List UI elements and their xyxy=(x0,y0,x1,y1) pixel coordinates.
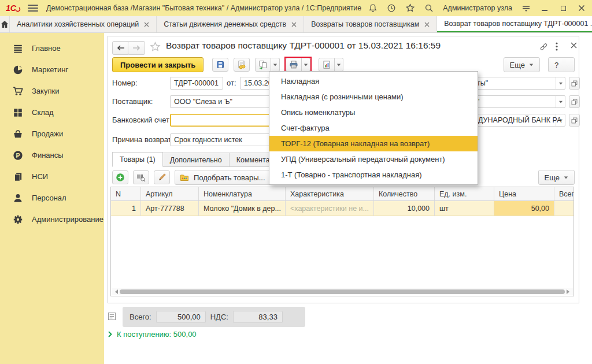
sidebar-item-nsi[interactable]: НСИ xyxy=(0,166,104,187)
post-and-close-button[interactable]: Провести и закрыть xyxy=(112,57,204,72)
post-document-button[interactable] xyxy=(234,58,250,72)
cell-article[interactable]: Арт-777788 xyxy=(141,201,199,216)
scroll-left-icon[interactable] xyxy=(115,289,118,294)
menu-item-nakladnaya-retail[interactable]: Накладная (с розничными ценами) xyxy=(269,89,478,105)
scroll-right-icon[interactable] xyxy=(567,289,569,294)
menu-item-schet-faktura[interactable]: Счет-фактура xyxy=(269,120,478,136)
scrollbar-thumb[interactable] xyxy=(120,289,565,294)
sidebar-item-sales[interactable]: Продажи xyxy=(0,123,104,144)
svg-text:P: P xyxy=(16,151,20,158)
save-button[interactable] xyxy=(212,58,228,72)
cart-icon xyxy=(13,86,23,96)
sidebar-item-marketing[interactable]: Маркетинг xyxy=(0,59,104,80)
supplier-label: Поставщик: xyxy=(112,95,153,108)
link-icon[interactable] xyxy=(539,42,549,51)
print-icon xyxy=(289,60,298,69)
tab-return-document[interactable]: Возврат товаров поставщику ТДРТ-000001 .… xyxy=(437,16,592,32)
current-user[interactable]: Администратор узла xyxy=(443,4,512,12)
gear-icon xyxy=(13,214,23,225)
table-header-row: N Артикул Номенклатура Характеристика Ко… xyxy=(111,187,574,201)
history-icon[interactable] xyxy=(387,3,396,13)
add-row-button[interactable] xyxy=(112,170,128,184)
sidebar-item-purchases[interactable]: Закупки xyxy=(0,80,104,102)
sidebar-item-main[interactable]: Главное xyxy=(0,38,104,59)
tab-analytics[interactable]: Аналитики хозяйственных операций xyxy=(10,16,157,32)
sidebar-item-administration[interactable]: Администрирование xyxy=(0,209,104,230)
horizontal-scrollbar[interactable] xyxy=(112,288,573,295)
minimize-icon[interactable] xyxy=(540,3,549,13)
sidebar-item-finance[interactable]: P Финансы xyxy=(0,144,104,166)
col-article[interactable]: Артикул xyxy=(141,187,199,201)
main-menu-icon[interactable] xyxy=(28,5,38,12)
cell-characteristic[interactable]: <характеристики не и... xyxy=(286,201,374,216)
pick-goods-button[interactable]: Подобрать товары... xyxy=(175,170,273,185)
svg-text:1С: 1С xyxy=(6,3,17,13)
menu-item-1t[interactable]: 1-Т (Товарно - транспортная накладная) xyxy=(269,167,478,183)
window-title: Демонстрационная база /Магазин "Бытовая … xyxy=(46,4,361,12)
bank-account-label: Банковский счет: xyxy=(112,114,172,127)
number-field[interactable]: ТДРТ-000001 xyxy=(170,77,223,90)
help-button[interactable]: ? xyxy=(548,57,575,72)
create-based-on-button[interactable] xyxy=(255,58,280,72)
tab-goods[interactable]: Товары (1) xyxy=(112,152,163,167)
cell-unit[interactable]: шт xyxy=(435,201,494,216)
receipt-link[interactable]: К поступлению: 500,00 xyxy=(108,330,197,339)
bell-icon[interactable] xyxy=(368,3,378,13)
more-button[interactable]: Еще xyxy=(504,57,540,72)
chevron-down-icon[interactable] xyxy=(556,96,565,107)
menu-item-upd[interactable]: УПД (Универсальный передаточный документ… xyxy=(269,151,478,167)
edit-row-button[interactable] xyxy=(154,170,170,184)
barcode-search-button[interactable] xyxy=(133,170,149,184)
open-icon[interactable] xyxy=(569,77,580,90)
reports-button[interactable] xyxy=(319,58,343,72)
menu-item-torg12[interactable]: ТОРГ-12 (Товарная накладная на возврат) xyxy=(269,136,478,151)
col-total[interactable]: Всего xyxy=(554,187,574,201)
add-icon xyxy=(116,173,125,182)
cell-quantity[interactable]: 10,000 xyxy=(374,201,435,216)
table-row[interactable]: 1 Арт-777788 Молоко "Домик в дер... <хар… xyxy=(111,201,574,216)
maximize-icon[interactable] xyxy=(558,3,568,13)
favorites-star-icon[interactable] xyxy=(405,3,415,13)
close-icon[interactable] xyxy=(577,3,586,13)
1c-logo: 1С xyxy=(6,3,22,13)
col-n[interactable]: N xyxy=(111,187,141,201)
close-tab-icon[interactable] xyxy=(424,22,430,27)
save-icon xyxy=(216,60,225,69)
menu-item-nakladnaya[interactable]: Накладная xyxy=(269,73,478,89)
open-icon[interactable] xyxy=(569,114,580,127)
cell-nomenclature[interactable]: Молоко "Домик в дер... xyxy=(199,201,286,216)
service-menu-icon[interactable] xyxy=(521,3,531,13)
pie-chart-icon xyxy=(13,65,23,75)
favorite-star-icon[interactable] xyxy=(150,42,161,52)
folder-icon xyxy=(180,173,189,182)
print-button[interactable] xyxy=(286,58,310,72)
totals-list-icon[interactable] xyxy=(108,312,116,321)
close-tab-icon[interactable] xyxy=(144,22,149,27)
col-unit[interactable]: Ед. изм. xyxy=(435,187,494,201)
sidebar-item-personnel[interactable]: Персонал xyxy=(0,187,104,209)
tab-cashflow-items[interactable]: Статьи движения денежных средств xyxy=(157,16,304,32)
menu-item-opis[interactable]: Опись номенклатуры xyxy=(269,105,478,120)
col-nomenclature[interactable]: Номенклатура xyxy=(199,187,286,201)
more-dots-icon[interactable] xyxy=(556,42,558,51)
tab-returns-list[interactable]: Возвраты товаров поставщикам xyxy=(304,16,437,32)
close-tab-icon[interactable] xyxy=(291,22,297,27)
sidebar-item-warehouse[interactable]: Склад xyxy=(0,102,104,123)
col-price[interactable]: Цена xyxy=(494,187,554,201)
chevron-down-icon[interactable] xyxy=(556,77,565,89)
grid-icon xyxy=(13,107,23,118)
cell-total[interactable] xyxy=(554,201,574,216)
home-icon[interactable] xyxy=(0,16,10,32)
table-more-button[interactable]: Еще xyxy=(538,170,575,185)
back-button[interactable] xyxy=(112,41,130,55)
tab-additional[interactable]: Дополнительно xyxy=(162,153,230,167)
col-quantity[interactable]: Количество xyxy=(374,187,435,201)
open-icon[interactable] xyxy=(569,95,580,108)
cell-n[interactable]: 1 xyxy=(111,201,141,216)
forward-button[interactable] xyxy=(128,41,145,55)
post-document-icon xyxy=(237,60,246,69)
close-document-icon[interactable] xyxy=(571,42,577,49)
cell-price[interactable]: 50,00 xyxy=(494,201,554,216)
search-icon[interactable] xyxy=(424,3,434,13)
col-characteristic[interactable]: Характеристика xyxy=(286,187,374,201)
